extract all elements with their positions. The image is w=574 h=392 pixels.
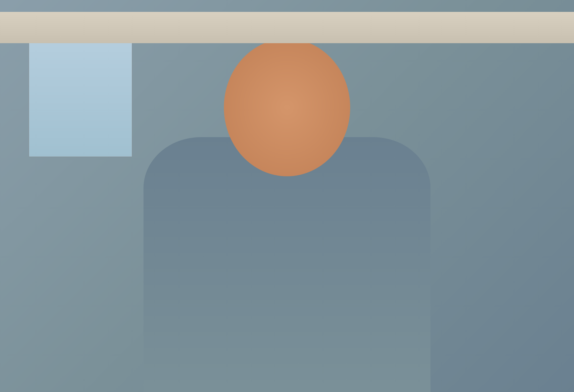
main-content: + Add Photo(s) Remove All (0, 24, 574, 392)
thumbnail-scene (9, 367, 30, 383)
thumbnail-item[interactable] (8, 366, 31, 384)
thumbnail-strip (8, 365, 476, 384)
left-panel: + Add Photo(s) Remove All (5, 24, 480, 387)
